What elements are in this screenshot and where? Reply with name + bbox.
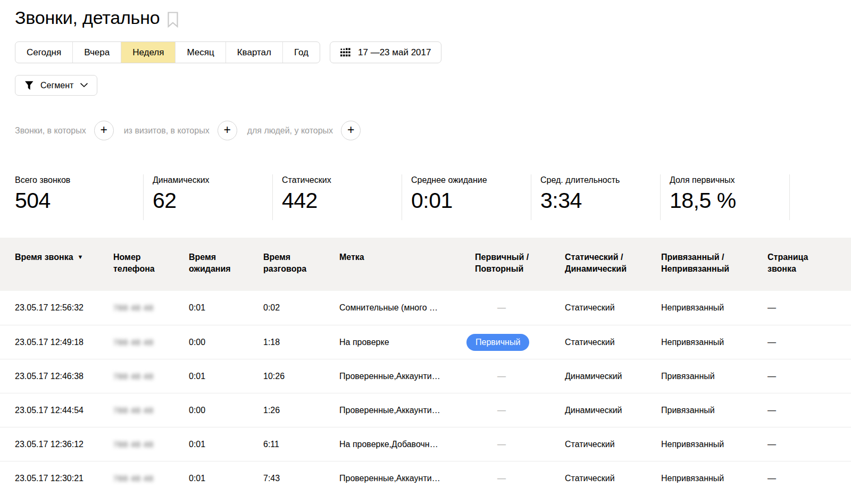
- table-row[interactable]: 23.05.17 12:30:21 788 48 48 0:01 7:43 Пр…: [0, 461, 851, 495]
- cell-wait-time: 0:01: [189, 474, 263, 483]
- cell-label: Сомнительные (много …: [339, 303, 475, 313]
- cell-call-page: —: [767, 338, 851, 347]
- metric-label: Всего звонков: [15, 175, 143, 185]
- cell-bound: Привязанный: [661, 372, 767, 381]
- tab-month[interactable]: Месяц: [175, 42, 225, 63]
- plus-icon: +: [347, 124, 354, 136]
- tab-quarter[interactable]: Квартал: [226, 42, 282, 63]
- cell-call-page: —: [767, 372, 851, 381]
- calls-table: Время звонка▼ Номер телефона Время ожида…: [0, 238, 851, 495]
- cell-label: Проверенные,Аккаунти…: [339, 474, 475, 483]
- date-range-button[interactable]: 17 —23 май 2017: [330, 41, 441, 63]
- column-header-call-page[interactable]: Страница звонка: [767, 251, 851, 291]
- cell-call-time: 23.05.17 12:36:12: [15, 440, 113, 449]
- table-row[interactable]: 23.05.17 12:46:38 788 48 48 0:01 10:26 П…: [0, 359, 851, 393]
- cell-wait-time: 0:00: [189, 338, 263, 347]
- summary-metrics: Всего звонков 504 Динамических 62 Статич…: [0, 174, 851, 220]
- cell-call-time: 23.05.17 12:49:18: [15, 338, 113, 347]
- tab-today[interactable]: Сегодня: [15, 42, 72, 63]
- cell-wait-time: 0:01: [189, 372, 263, 381]
- add-visit-filter-button[interactable]: +: [218, 121, 237, 140]
- funnel-icon: [24, 81, 35, 90]
- metric-avg-duration: Сред. длительность 3:34: [531, 174, 661, 220]
- column-header-primary-repeat[interactable]: Первичный / Повторный: [475, 251, 565, 291]
- cell-bound: Непривязанный: [661, 474, 767, 483]
- metric-total-calls: Всего звонков 504: [15, 174, 144, 220]
- cell-static-dynamic: Статический: [565, 474, 661, 483]
- column-header-label[interactable]: Метка: [339, 251, 475, 291]
- bookmark-icon[interactable]: [167, 12, 179, 28]
- chevron-down-icon: [80, 83, 88, 88]
- segment-label: Сегмент: [40, 81, 73, 90]
- cell-call-time: 23.05.17 12:30:21: [15, 474, 113, 483]
- visits-filter-label: из визитов, в которых: [124, 126, 210, 136]
- cell-label: Проверенные,Аккаунти…: [339, 406, 475, 415]
- metric-value: 0:01: [411, 190, 531, 212]
- tab-year[interactable]: Год: [282, 42, 320, 63]
- cell-call-time: 23.05.17 12:46:38: [15, 372, 113, 381]
- cell-call-page: —: [767, 406, 851, 415]
- column-header-wait-time[interactable]: Время ожидания: [189, 251, 263, 291]
- cell-phone: 788 48 48: [113, 372, 189, 381]
- cell-phone: 788 48 48: [113, 303, 189, 313]
- cell-bound: Непривязанный: [661, 303, 767, 313]
- people-filter-label: для людей, у которых: [247, 126, 333, 136]
- metric-value: 3:34: [540, 190, 660, 212]
- metric-static: Статических 442: [273, 174, 402, 220]
- cell-static-dynamic: Статический: [565, 440, 661, 449]
- add-people-filter-button[interactable]: +: [341, 121, 361, 140]
- cell-phone: 788 48 48: [113, 440, 189, 449]
- metric-value: 62: [153, 190, 272, 212]
- cell-primary: —: [475, 474, 565, 483]
- metric-first-share: Доля первичных 18,5 %: [661, 174, 790, 220]
- column-header-bound-unbound[interactable]: Привязанный / Непривязанный: [661, 251, 767, 291]
- add-call-filter-button[interactable]: +: [94, 121, 114, 140]
- date-range-label: 17 —23 май 2017: [358, 47, 431, 58]
- cell-wait-time: 0:01: [189, 303, 263, 313]
- cell-static-dynamic: Статический: [565, 338, 661, 347]
- metric-value: 18,5 %: [670, 190, 789, 212]
- cell-talk-time: 10:26: [263, 372, 339, 381]
- table-header-row: Время звонка▼ Номер телефона Время ожида…: [0, 238, 851, 291]
- cell-wait-time: 0:01: [189, 440, 263, 449]
- table-row[interactable]: 23.05.17 12:36:12 788 48 48 0:01 6:11 На…: [0, 427, 851, 461]
- table-row[interactable]: 23.05.17 12:44:54 788 48 48 0:00 1:26 Пр…: [0, 393, 851, 427]
- cell-static-dynamic: Динамический: [565, 406, 661, 415]
- cell-primary: Первичный: [475, 334, 565, 351]
- cell-primary: —: [475, 303, 565, 313]
- cell-call-page: —: [767, 303, 851, 313]
- cell-phone: 788 48 48: [113, 338, 189, 347]
- cell-talk-time: 1:18: [263, 338, 339, 347]
- cell-label: На проверке,Добавочн…: [339, 440, 475, 449]
- column-header-call-time[interactable]: Время звонка▼: [15, 251, 113, 291]
- column-header-static-dynamic[interactable]: Статический / Динамический: [565, 251, 661, 291]
- sort-desc-icon: ▼: [78, 254, 84, 260]
- metric-dynamic: Динамических 62: [144, 174, 273, 220]
- tab-week[interactable]: Неделя: [121, 42, 175, 63]
- cell-talk-time: 1:26: [263, 406, 339, 415]
- cell-bound: Привязанный: [661, 406, 767, 415]
- cell-phone: 788 48 48: [113, 474, 189, 483]
- tab-yesterday[interactable]: Вчера: [72, 42, 121, 63]
- column-header-talk-time[interactable]: Время разговора: [263, 251, 339, 291]
- phone-number-redacted: 788 48 48: [113, 372, 154, 381]
- metric-label: Среднее ожидание: [411, 175, 531, 185]
- table-row[interactable]: 23.05.17 12:56:32 788 48 48 0:01 0:02 Со…: [0, 291, 851, 325]
- segment-button[interactable]: Сегмент: [15, 75, 97, 96]
- table-row[interactable]: 23.05.17 12:49:18 788 48 48 0:00 1:18 На…: [0, 325, 851, 359]
- metric-label: Динамических: [153, 175, 272, 185]
- cell-wait-time: 0:00: [189, 406, 263, 415]
- phone-number-redacted: 788 48 48: [113, 338, 154, 347]
- column-header-phone[interactable]: Номер телефона: [113, 251, 189, 291]
- plus-icon: +: [100, 124, 107, 136]
- cell-bound: Непривязанный: [661, 440, 767, 449]
- metric-label: Сред. длительность: [540, 175, 660, 185]
- page-header: Звонки, детально: [15, 7, 851, 28]
- cell-talk-time: 6:11: [263, 440, 339, 449]
- cell-static-dynamic: Статический: [565, 303, 661, 313]
- cell-talk-time: 7:43: [263, 474, 339, 483]
- cell-label: Проверенные,Аккаунти…: [339, 372, 475, 381]
- cell-call-time: 23.05.17 12:44:54: [15, 406, 113, 415]
- plus-icon: +: [223, 124, 230, 136]
- calls-filter-label: Звонки, в которых: [15, 126, 86, 136]
